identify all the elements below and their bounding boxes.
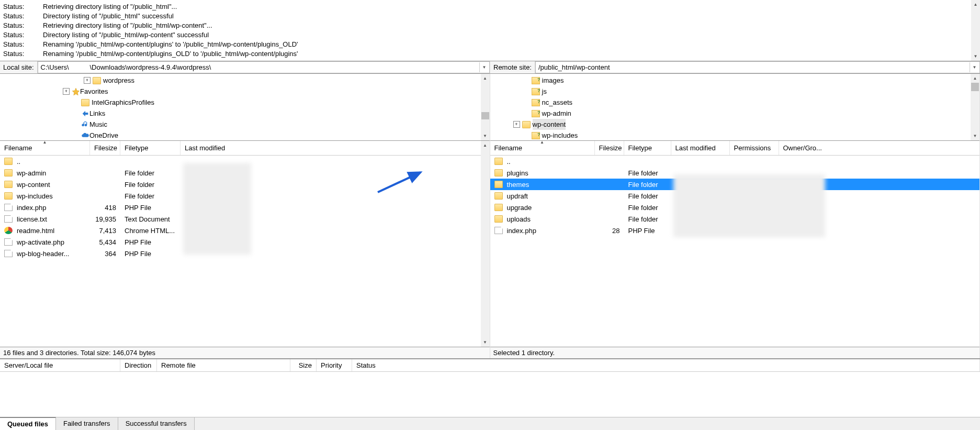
- local-file-list[interactable]: ..wp-adminFile folderwp-contentFile fold…: [0, 156, 490, 347]
- file-type: File folder: [624, 204, 671, 212]
- file-size: 418: [90, 204, 120, 212]
- tree-item[interactable]: nc_assets: [490, 97, 980, 108]
- col-lastmod[interactable]: Last modified: [671, 141, 730, 155]
- remote-site-label: Remote site:: [490, 61, 535, 73]
- col-permissions[interactable]: Permissions: [730, 141, 779, 155]
- status-message: Retrieving directory listing of "/public…: [43, 21, 977, 30]
- folder-unknown-icon: [532, 110, 540, 117]
- local-path-dropdown[interactable]: ▼: [479, 62, 489, 72]
- queue-header[interactable]: Server/Local file Direction Remote file …: [0, 359, 980, 372]
- status-message: Directory listing of "/public_html" succ…: [43, 12, 977, 21]
- local-tree[interactable]: +wordpress+FavoritesIntelGraphicsProfile…: [0, 74, 490, 141]
- tree-item-label: wp-content: [533, 119, 566, 130]
- file-name: ..: [507, 158, 511, 166]
- sort-asc-icon: ▲: [540, 140, 544, 145]
- log-scrollbar[interactable]: ▲ ▼: [971, 0, 980, 61]
- expand-toggle[interactable]: +: [63, 88, 70, 95]
- remote-list-header[interactable]: ▲Filename Filesize Filetype Last modifie…: [490, 141, 980, 156]
- tab-failed-transfers[interactable]: Failed transfers: [56, 417, 118, 430]
- status-label: Status:: [3, 40, 43, 49]
- expand-toggle[interactable]: +: [84, 77, 91, 84]
- col-lastmod[interactable]: Last modified: [181, 141, 490, 155]
- tree-item[interactable]: Links: [0, 108, 490, 119]
- remote-file-list[interactable]: ..pluginsFile folderthemesFile folderupd…: [490, 156, 980, 347]
- remote-status-bar: Selected 1 directory.: [490, 347, 980, 358]
- col-status[interactable]: Status: [352, 359, 980, 371]
- list-row[interactable]: ..: [490, 156, 980, 167]
- folder-unknown-icon: [532, 88, 540, 95]
- tree-item-label: IntelGraphicsProfiles: [92, 97, 154, 108]
- tree-item[interactable]: wp-admin: [490, 108, 980, 119]
- chrome-icon: [4, 227, 13, 234]
- status-label: Status:: [3, 21, 43, 30]
- queue-list[interactable]: [0, 372, 980, 417]
- local-list-header[interactable]: ▲Filename Filesize Filetype Last modifie…: [0, 141, 490, 156]
- file-type: File folder: [624, 181, 671, 189]
- local-path-input[interactable]: [38, 61, 490, 73]
- file-name: license.txt: [17, 215, 47, 223]
- col-filetype[interactable]: Filetype: [624, 141, 671, 155]
- tree-item[interactable]: wp-includes: [490, 130, 980, 141]
- col-filetype[interactable]: Filetype: [120, 141, 181, 155]
- folder-icon: [494, 169, 503, 177]
- file-name: wp-blog-header...: [17, 250, 69, 258]
- local-tree-scrollbar[interactable]: ▲ ▼: [481, 74, 490, 140]
- status-log-row: Status:Retrieving directory listing of "…: [3, 21, 977, 30]
- status-message: Renaming '/public_html/wp-content/plugin…: [43, 49, 977, 59]
- tree-item[interactable]: +wp-content: [490, 119, 980, 130]
- status-log-row: Status:Renaming '/public_html/wp-content…: [3, 49, 977, 59]
- folder-icon: [4, 181, 13, 188]
- remote-tree[interactable]: imagesjsnc_assetswp-admin+wp-contentwp-i…: [490, 74, 980, 141]
- remote-tree-scrollbar[interactable]: ▲ ▼: [971, 74, 979, 140]
- file-size: 7,413: [90, 227, 120, 235]
- tree-item[interactable]: images: [490, 75, 980, 86]
- folder-icon: [494, 215, 503, 223]
- folder-unknown-icon: [532, 132, 540, 139]
- tree-item[interactable]: +wordpress: [0, 75, 490, 86]
- scroll-down-icon[interactable]: ▼: [971, 52, 980, 61]
- queue-tabs: Queued files Failed transfers Successful…: [0, 417, 980, 430]
- col-server-local[interactable]: Server/Local file: [0, 359, 120, 371]
- col-filesize[interactable]: Filesize: [90, 141, 120, 155]
- file-type: Text Document: [120, 215, 181, 223]
- file-icon: [4, 204, 13, 211]
- local-list-scrollbar[interactable]: ▲ ▼: [481, 141, 490, 347]
- status-label: Status:: [3, 12, 43, 21]
- remote-path-input[interactable]: [535, 61, 980, 73]
- tree-item[interactable]: +Favorites: [0, 86, 490, 97]
- local-status-bar: 16 files and 3 directories. Total size: …: [0, 347, 490, 358]
- file-type: File folder: [624, 192, 671, 200]
- col-direction[interactable]: Direction: [120, 359, 157, 371]
- col-filesize[interactable]: Filesize: [595, 141, 624, 155]
- tree-item-label: wordpress: [103, 75, 134, 86]
- file-type: File folder: [624, 215, 671, 223]
- tree-item-label: Music: [89, 119, 107, 130]
- col-remote-file[interactable]: Remote file: [157, 359, 290, 371]
- tree-item-label: wp-admin: [542, 108, 571, 119]
- tree-item[interactable]: IntelGraphicsProfiles: [0, 97, 490, 108]
- file-name: readme.html: [17, 227, 54, 235]
- col-priority[interactable]: Priority: [317, 359, 352, 371]
- tree-item[interactable]: js: [490, 86, 980, 97]
- tab-queued-files[interactable]: Queued files: [0, 417, 56, 430]
- tree-item[interactable]: OneDrive: [0, 130, 490, 141]
- file-type: PHP File: [120, 238, 181, 246]
- tree-item[interactable]: Music: [0, 119, 490, 130]
- col-size[interactable]: Size: [290, 359, 317, 371]
- folder-unknown-icon: [532, 77, 540, 84]
- status-message: Directory listing of "/public_html/wp-co…: [43, 30, 977, 40]
- col-owner[interactable]: Owner/Gro...: [779, 141, 980, 155]
- file-type: File folder: [120, 192, 181, 200]
- tab-successful-transfers[interactable]: Successful transfers: [118, 417, 195, 430]
- folder-icon: [494, 204, 503, 211]
- file-name: index.php: [17, 204, 46, 212]
- status-log-row: Status:Directory listing of "/public_htm…: [3, 30, 977, 40]
- remote-path-dropdown[interactable]: ▼: [970, 62, 979, 72]
- col-filename: ▲Filename: [0, 141, 90, 155]
- file-icon: [4, 215, 13, 223]
- expand-toggle[interactable]: +: [513, 121, 520, 128]
- star-icon: [72, 87, 80, 96]
- scroll-up-icon[interactable]: ▲: [971, 0, 980, 9]
- status-message: Renaming '/public_html/wp-content/plugin…: [43, 40, 977, 49]
- status-log-row: Status:Retrieving directory listing of "…: [3, 2, 977, 12]
